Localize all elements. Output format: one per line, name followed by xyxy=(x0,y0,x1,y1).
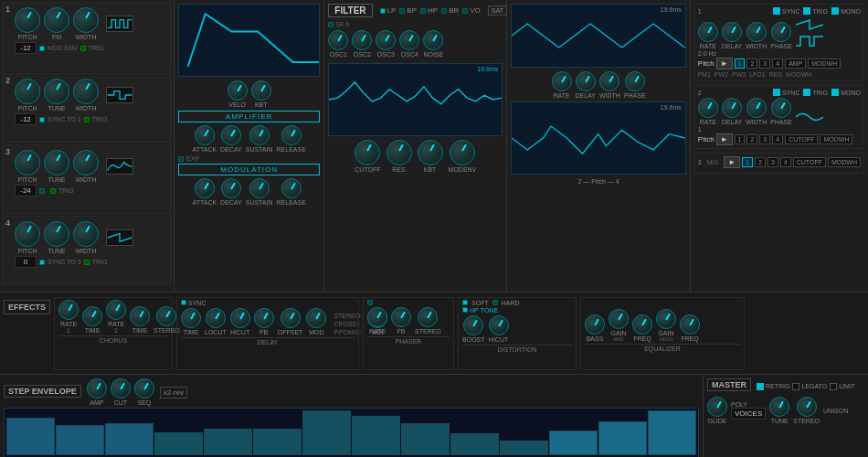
osc4-pitch-knob[interactable] xyxy=(15,221,40,247)
step-seq-knob[interactable] xyxy=(134,378,154,399)
filter-bp[interactable]: BP xyxy=(399,6,417,15)
osc2-pitch-knob[interactable] xyxy=(15,79,40,104)
lfo1-amp-tab[interactable]: AMP xyxy=(785,58,806,69)
lfo2-phase-knob[interactable] xyxy=(771,98,791,118)
lfo1-phase-knob[interactable] xyxy=(771,22,791,42)
phaser-stereo-knob[interactable] xyxy=(418,307,438,327)
osc3-pitch-knob[interactable] xyxy=(15,150,40,175)
dist-hard-led[interactable] xyxy=(492,300,498,305)
filter-lp[interactable]: LP xyxy=(380,6,397,15)
step-bar-7[interactable] xyxy=(352,416,400,455)
chorus-time2-knob[interactable] xyxy=(130,306,150,326)
mix-modwh-tab[interactable]: MODWH xyxy=(828,157,861,167)
osc4-sync-led[interactable] xyxy=(39,260,45,265)
step-bar-8[interactable] xyxy=(401,423,450,455)
step-bar-5[interactable] xyxy=(253,429,302,455)
filter-noise-knob[interactable] xyxy=(423,30,443,50)
step-bar-10[interactable] xyxy=(500,441,548,455)
osc3-tune-knob[interactable] xyxy=(44,150,69,175)
step-bar-6[interactable] xyxy=(302,410,351,455)
lfo1-mono-check[interactable]: MONO xyxy=(831,7,861,15)
delay-fb-knob[interactable] xyxy=(254,308,274,328)
osc1-trig-led[interactable] xyxy=(80,46,86,51)
master-retrig-check[interactable]: RETRIG xyxy=(757,383,789,390)
lfo1-modwh-tab[interactable]: MODWH xyxy=(808,58,841,69)
step-cut-knob[interactable] xyxy=(111,378,131,399)
chorus-time1-knob[interactable] xyxy=(82,306,102,326)
mix-tab-3[interactable]: 3 xyxy=(767,157,778,167)
eq-freq-mid-knob[interactable] xyxy=(632,314,652,335)
dist-soft-led[interactable] xyxy=(462,300,468,305)
lfo2-tab-1[interactable]: 1 xyxy=(735,134,746,144)
amp-velo-knob[interactable] xyxy=(228,80,248,101)
delay-time-knob[interactable] xyxy=(181,308,201,328)
mod-attack-knob[interactable] xyxy=(195,178,215,198)
eq-bass-knob[interactable] xyxy=(585,314,605,335)
filter-modenv-knob[interactable] xyxy=(450,140,475,165)
filter-kbt-knob[interactable] xyxy=(418,140,443,165)
lfo1-delay-knob[interactable] xyxy=(722,22,742,42)
master-legato-check[interactable]: LEGATO xyxy=(792,383,827,390)
osc3-width-knob[interactable] xyxy=(73,150,99,175)
lfo-rate-knob[interactable] xyxy=(552,71,572,91)
mix-play-button[interactable]: ► xyxy=(724,156,740,168)
mix-tab-2[interactable]: 2 xyxy=(755,157,766,167)
step-bar-2[interactable] xyxy=(105,423,153,455)
step-bar-11[interactable] xyxy=(549,430,598,455)
osc3-sync-led[interactable] xyxy=(39,188,45,194)
mod-sustain-knob[interactable] xyxy=(249,178,270,198)
lfo2-cutoff-tab[interactable]: CUTOFF xyxy=(785,134,818,144)
osc4-width-knob[interactable] xyxy=(73,221,99,247)
lfo1-tab-4[interactable]: 4 xyxy=(772,58,783,69)
osc2-width-knob[interactable] xyxy=(73,79,99,104)
chorus-rate1-knob[interactable] xyxy=(58,300,79,320)
filter-res-knob[interactable] xyxy=(386,140,412,165)
lfo2-play-button[interactable]: ► xyxy=(716,133,733,145)
delay-hicut-knob[interactable] xyxy=(230,308,250,328)
lfo1-tab-1[interactable]: 1 xyxy=(735,58,746,69)
filter-sk6-led[interactable] xyxy=(328,22,333,27)
osc4-trig-led[interactable] xyxy=(84,260,90,265)
delay-sync-led[interactable] xyxy=(181,300,186,305)
lfo1-width-knob[interactable] xyxy=(746,22,767,42)
lfo1-tab-3[interactable]: 3 xyxy=(759,58,770,69)
mix-cutoff-tab[interactable]: CUTOFF xyxy=(793,157,826,167)
lfo-width-knob[interactable] xyxy=(599,71,619,91)
amp-sustain-knob[interactable] xyxy=(249,125,270,145)
lfo2-modwh-tab[interactable]: MODWH xyxy=(820,134,852,144)
osc4-tune-knob[interactable] xyxy=(44,221,69,247)
amp-kbt-knob[interactable] xyxy=(251,80,271,101)
filter-cutoff-knob[interactable] xyxy=(355,140,380,165)
filter-hp[interactable]: HP xyxy=(420,6,438,15)
mix-tab-4[interactable]: 4 xyxy=(780,157,791,167)
filter-osc1-knob[interactable] xyxy=(328,30,348,50)
lfo1-trig-check[interactable]: TRIG xyxy=(803,7,828,15)
step-bar-13[interactable] xyxy=(648,410,696,455)
step-bar-12[interactable] xyxy=(598,421,647,455)
step-bar-3[interactable] xyxy=(154,432,203,455)
phaser-rate-knob[interactable] xyxy=(367,307,387,327)
lfo2-tab-3[interactable]: 3 xyxy=(759,134,770,144)
step-bar-0[interactable] xyxy=(6,418,55,455)
dist-hicut-knob[interactable] xyxy=(489,315,509,335)
phaser-led[interactable] xyxy=(367,300,373,305)
lfo1-tab-2[interactable]: 2 xyxy=(746,58,757,69)
lfo-delay-knob[interactable] xyxy=(576,71,596,91)
filter-br[interactable]: BR xyxy=(441,6,459,15)
lfo1-sync-check[interactable]: SYNC xyxy=(773,7,799,15)
step-bar-4[interactable] xyxy=(204,429,252,455)
mix-tab-1[interactable]: 1 xyxy=(742,157,753,167)
delay-mod-knob[interactable] xyxy=(306,308,326,328)
mod-decay-knob[interactable] xyxy=(221,178,241,198)
chorus-stereo-knob[interactable] xyxy=(156,306,176,326)
phaser-fb-knob[interactable] xyxy=(391,307,411,327)
lfo-phase-knob[interactable] xyxy=(625,71,645,91)
filter-osc4-knob[interactable] xyxy=(399,30,419,50)
lfo2-rate-knob[interactable] xyxy=(698,98,718,118)
delay-offset-knob[interactable] xyxy=(281,308,301,328)
master-glide-knob[interactable] xyxy=(707,397,727,417)
amp-attack-knob[interactable] xyxy=(195,125,215,145)
step-bar-1[interactable] xyxy=(56,425,104,455)
lfo2-mono-check[interactable]: MONO xyxy=(831,89,861,96)
amp-exp-led[interactable] xyxy=(178,156,184,162)
